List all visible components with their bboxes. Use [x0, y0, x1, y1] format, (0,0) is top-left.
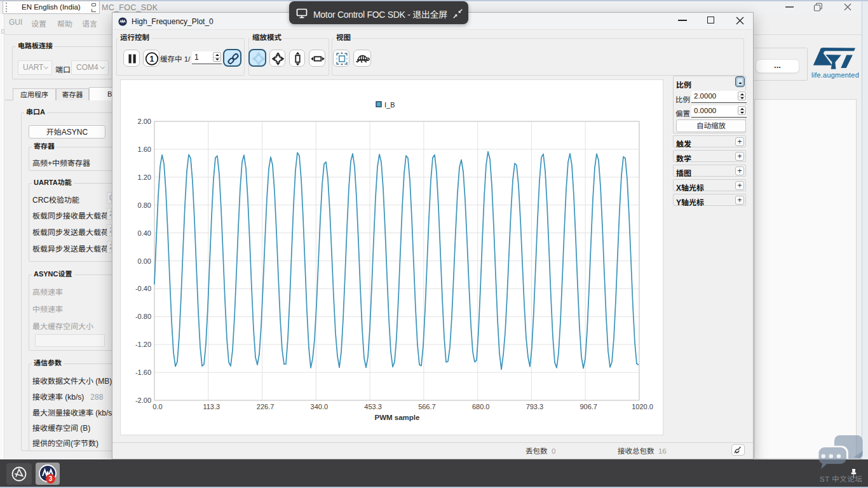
svg-text:1: 1 — [150, 55, 154, 64]
svg-text:226.7: 226.7 — [257, 403, 275, 410]
svg-text:680.0: 680.0 — [472, 403, 490, 410]
svg-text:1020.0: 1020.0 — [632, 403, 653, 410]
svg-text:PWM sample: PWM sample — [375, 414, 420, 421]
svg-text:340.0: 340.0 — [311, 403, 329, 410]
svg-text:0.00: 0.00 — [138, 257, 151, 265]
svg-text:1.60: 1.60 — [138, 146, 151, 153]
svg-text:-1.60: -1.60 — [135, 369, 151, 376]
svg-text:0.40: 0.40 — [138, 229, 151, 237]
svg-text:566.7: 566.7 — [418, 403, 436, 410]
svg-text:0.80: 0.80 — [138, 201, 151, 209]
svg-text:1.20: 1.20 — [138, 173, 151, 181]
svg-text:2.00: 2.00 — [138, 118, 151, 125]
svg-text:-1.20: -1.20 — [135, 341, 151, 348]
svg-text:-0.40: -0.40 — [135, 285, 151, 292]
svg-text:I_B: I_B — [384, 101, 395, 109]
svg-text:453.3: 453.3 — [364, 403, 382, 410]
svg-text:-2.00: -2.00 — [135, 396, 151, 404]
svg-text:113.3: 113.3 — [203, 403, 220, 410]
svg-text:793.3: 793.3 — [526, 403, 544, 410]
svg-text:0.0: 0.0 — [153, 403, 162, 410]
svg-text:-0.80: -0.80 — [135, 313, 151, 320]
svg-text:906.7: 906.7 — [580, 403, 597, 410]
